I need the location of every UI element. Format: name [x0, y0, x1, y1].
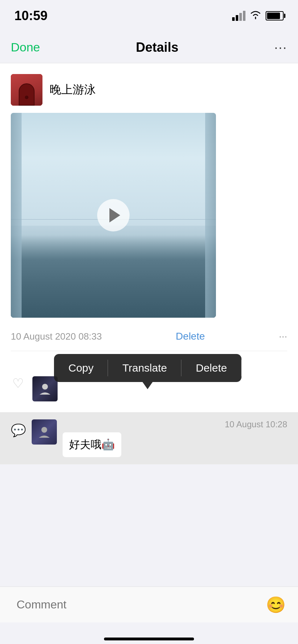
svg-point-0 — [42, 384, 48, 390]
delete-comment-button[interactable]: Delete — [181, 354, 241, 382]
done-button[interactable]: Done — [11, 40, 40, 54]
comment-time: 10 August 10:28 — [63, 419, 287, 429]
avatar — [11, 74, 42, 106]
battery-icon — [266, 11, 284, 20]
emoji-button[interactable]: 😊 — [264, 593, 287, 616]
bottom-bar: 😊 — [0, 586, 298, 622]
signal-icon — [232, 11, 245, 21]
comment-text: 好夫哦🤖 — [69, 438, 115, 450]
comment-bubble: 好夫哦🤖 — [63, 432, 121, 457]
comment-item-2: 💬 10 August 10:28 好夫哦🤖 — [0, 412, 298, 464]
video-thumbnail[interactable]: 253 Okg Runners — [11, 113, 216, 318]
status-bar: 10:59 — [0, 0, 298, 32]
heart-icon: ♡ — [12, 376, 24, 391]
copy-button[interactable]: Copy — [54, 354, 108, 382]
comment-content: 10 August 10:28 好夫哦🤖 — [63, 419, 287, 457]
post-author: 晚上游泳 — [50, 82, 96, 98]
post-more-button[interactable]: ··· — [279, 331, 287, 342]
reply-icon: 💬 — [11, 423, 26, 437]
nav-bar: Done Details ··· — [0, 32, 298, 63]
wifi-icon — [250, 10, 261, 22]
more-button[interactable]: ··· — [274, 40, 287, 55]
like-button[interactable]: ♡ — [11, 376, 25, 391]
main-content: 晚上游泳 253 Okg Runners 10 August 2020 08:3… — [0, 63, 298, 351]
svg-point-1 — [41, 427, 47, 433]
status-time: 10:59 — [14, 8, 48, 23]
play-button[interactable] — [97, 199, 130, 231]
comments-section: ♡ Copy Translate Delete 💬 — [0, 351, 298, 464]
comment-item: ♡ Copy Translate Delete — [0, 351, 298, 412]
post-header: 晚上游泳 — [11, 74, 287, 106]
page-title: Details — [136, 40, 179, 55]
home-indicator — [104, 638, 194, 640]
translate-button[interactable]: Translate — [108, 354, 181, 382]
status-icons — [232, 10, 284, 22]
comment-input[interactable] — [11, 593, 257, 616]
context-menu-arrow — [143, 382, 153, 389]
post-date: 10 August 2020 08:33 — [11, 331, 102, 342]
delete-button[interactable]: Delete — [176, 331, 205, 342]
post-footer: 10 August 2020 08:33 Delete ··· — [11, 325, 287, 351]
context-menu: Copy Translate Delete — [54, 354, 241, 382]
